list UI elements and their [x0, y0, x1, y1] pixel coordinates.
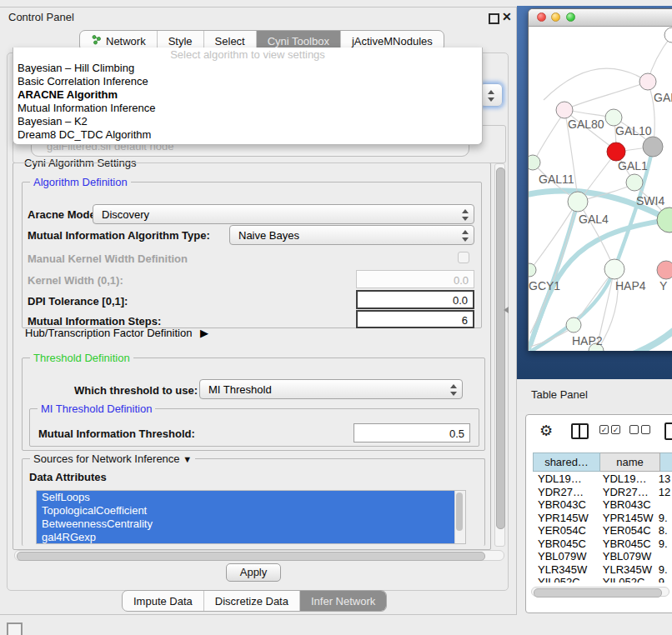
- dropdown-item[interactable]: Bayesian – Hill Climbing: [13, 62, 482, 75]
- tab-infer-network[interactable]: Infer Network: [299, 591, 386, 611]
- algorithm-dropdown: Select algorithm to view settings Bayesi…: [13, 48, 483, 145]
- document-icon[interactable]: [664, 422, 672, 440]
- table-row[interactable]: YBR043CYBR043C: [533, 498, 672, 512]
- table-panel-titlebar: Table Panel: [517, 379, 672, 412]
- network-node[interactable]: [529, 263, 536, 277]
- which-threshold-combo[interactable]: MI Threshold: [199, 379, 463, 399]
- sources-title: Sources for Network Inference: [33, 452, 180, 465]
- table-row[interactable]: YBR045CYBR045C9.: [533, 538, 672, 551]
- close-icon[interactable]: ✕: [502, 10, 512, 23]
- dropdown-item[interactable]: Bayesian – K2: [13, 115, 482, 128]
- float-panel-icon[interactable]: [489, 13, 499, 24]
- chevron-down-icon[interactable]: ▼: [183, 454, 192, 464]
- apply-button[interactable]: Apply: [226, 563, 281, 582]
- split-columns-icon[interactable]: [571, 423, 589, 439]
- panel-title: Control Panel: [8, 11, 74, 23]
- network-window-titlebar[interactable]: [529, 9, 672, 27]
- network-edge: [534, 112, 564, 161]
- kernel-width-label: Kernel Width (0,1):: [28, 274, 123, 287]
- network-node-label: Y: [659, 279, 668, 292]
- network-node[interactable]: [604, 259, 624, 279]
- network-node[interactable]: [607, 142, 625, 161]
- table-row[interactable]: YBL079WYBL079W: [533, 550, 672, 563]
- network-canvas[interactable]: GALGAL80GAL10GAL1GAL11SWI4GAL4GCY1HAP4YH…: [529, 27, 672, 351]
- table-cell: 9.: [655, 576, 672, 582]
- kernel-width-field[interactable]: 0.0: [356, 270, 474, 288]
- table-cell: YLR345W: [533, 563, 598, 577]
- manual-kernel-label: Manual Kernel Width Definition: [28, 252, 188, 265]
- table-row[interactable]: YDR27…YDR27…12: [533, 486, 672, 499]
- zoom-traffic-light-icon[interactable]: [566, 12, 575, 22]
- table-cell: YBR043C: [598, 498, 655, 512]
- network-node[interactable]: [643, 137, 663, 157]
- list-item[interactable]: SelfLoops: [37, 491, 465, 504]
- network-node[interactable]: [605, 109, 622, 126]
- hub-definition-toggle[interactable]: Hub/Transcription Factor Definition ▶: [25, 327, 208, 339]
- dropdown-item[interactable]: Mutual Information Inference: [13, 102, 482, 115]
- table-cell: 8.: [655, 524, 672, 538]
- network-view-window: GALGAL80GAL10GAL1GAL11SWI4GAL4GCY1HAP4YH…: [528, 8, 672, 351]
- list-item[interactable]: gal4RGexp: [37, 531, 465, 544]
- mi-threshold-group: MI Threshold Definition Mutual Informati…: [29, 408, 479, 447]
- gear-icon[interactable]: ⚙: [539, 422, 553, 440]
- dropdown-item[interactable]: Basic Correlation Inference: [13, 75, 482, 88]
- dock-window-icon[interactable]: [7, 622, 23, 635]
- select-all-checkbox-icon[interactable]: ✓: [599, 425, 609, 434]
- list-scrollbar[interactable]: [454, 491, 465, 543]
- minimize-traffic-light-icon[interactable]: [551, 12, 560, 22]
- mi-steps-field[interactable]: 6: [356, 310, 474, 328]
- network-node[interactable]: [664, 28, 672, 42]
- tab-impute-data[interactable]: Impute Data: [123, 591, 203, 611]
- data-attributes-label: Data Attributes: [29, 471, 107, 483]
- table-horizontal-scrollbar[interactable]: [531, 587, 669, 597]
- table-row[interactable]: YIL052CYIL052C9.: [533, 576, 672, 582]
- table-cell: YPR145W: [533, 512, 598, 525]
- select-all-checkbox-icon[interactable]: ✓: [611, 425, 620, 434]
- table-cell: YDR27…: [598, 486, 655, 499]
- dropdown-placeholder[interactable]: Select algorithm to view settings: [13, 48, 482, 62]
- aracne-mode-combo[interactable]: Discovery: [93, 204, 474, 224]
- which-threshold-label: Which threshold to use:: [74, 384, 198, 397]
- tab-label: Cyni Toolbox: [268, 35, 329, 48]
- network-icon: [91, 34, 102, 48]
- column-header-name[interactable]: name: [600, 452, 660, 472]
- network-node[interactable]: [639, 73, 656, 90]
- tab-label: Infer Network: [311, 595, 375, 608]
- mi-threshold-field[interactable]: 0.5: [354, 423, 470, 442]
- network-node-label: HAP4: [615, 279, 646, 292]
- dropdown-item[interactable]: Dream8 DC_TDC Algorithm: [13, 128, 482, 142]
- manual-kernel-checkbox[interactable]: [458, 252, 469, 263]
- table-cell: YBR043C: [533, 498, 598, 512]
- network-node[interactable]: [556, 102, 573, 118]
- dpi-tolerance-field[interactable]: 0.0: [356, 290, 474, 309]
- table-row[interactable]: YLR345WYLR345W9.: [533, 563, 672, 577]
- close-traffic-light-icon[interactable]: [537, 12, 546, 22]
- list-item[interactable]: BetweennessCentrality: [37, 518, 465, 531]
- settings-horizontal-scrollbar[interactable]: [14, 550, 504, 561]
- network-edge: [544, 68, 648, 100]
- network-node[interactable]: [626, 174, 643, 191]
- network-node[interactable]: [657, 261, 672, 279]
- table-row[interactable]: YER054CYER054C8.: [533, 524, 672, 538]
- data-attributes-list[interactable]: SelfLoopsTopologicalCoefficientBetweenne…: [36, 490, 466, 544]
- settings-vertical-scrollbar[interactable]: [494, 163, 505, 547]
- column-header-shared-name[interactable]: shared…: [533, 452, 600, 472]
- table-row[interactable]: YPR145WYPR145W9.: [533, 512, 672, 525]
- network-node[interactable]: [529, 155, 540, 170]
- deselect-checkbox-icon[interactable]: [629, 425, 639, 434]
- table-row[interactable]: YDL19…YDL19…13: [533, 472, 672, 486]
- algorithm-combo-button[interactable]: [479, 83, 503, 107]
- aracne-mode-label: Aracne Mode:: [28, 208, 99, 221]
- network-node[interactable]: [568, 192, 588, 212]
- dpi-tolerance-label: DPI Tolerance [0,1]:: [28, 295, 128, 308]
- mi-type-combo[interactable]: Naive Bayes: [229, 225, 474, 245]
- network-node[interactable]: [657, 208, 672, 232]
- network-node[interactable]: [566, 318, 581, 332]
- tab-discretize-data[interactable]: Discretize Data: [203, 591, 299, 611]
- column-header-partial[interactable]: [660, 452, 672, 472]
- group-title: Algorithm Definition: [30, 176, 131, 188]
- deselect-checkbox-icon[interactable]: [641, 425, 650, 434]
- list-item[interactable]: TopologicalCoefficient: [37, 504, 465, 518]
- dropdown-item[interactable]: ARACNE Algorithm: [13, 88, 482, 102]
- splitter-collapse-icon[interactable]: [504, 307, 509, 313]
